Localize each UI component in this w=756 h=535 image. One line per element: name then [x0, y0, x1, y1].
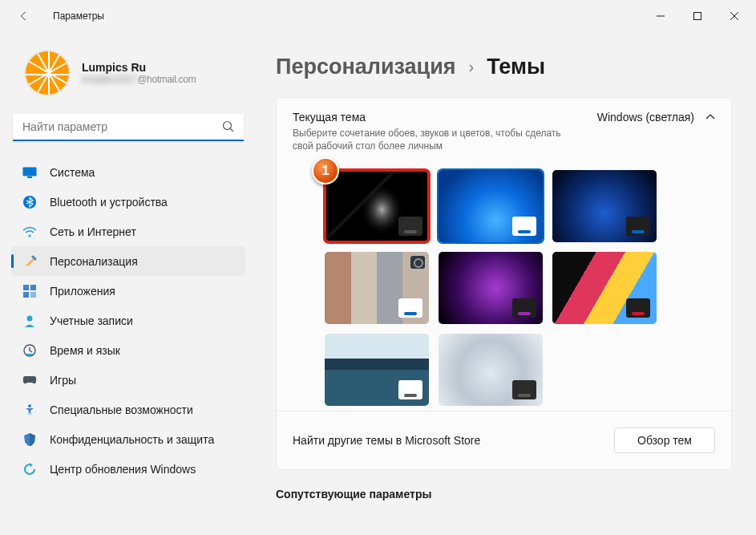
shield-icon — [22, 432, 37, 447]
dropdown-value: Windows (светлая) — [597, 111, 694, 124]
svg-rect-10 — [30, 292, 36, 298]
back-button[interactable] — [11, 3, 37, 29]
sidebar-item-system[interactable]: Система — [11, 157, 245, 187]
find-more-themes-link[interactable]: Найти другие темы в Microsoft Store — [293, 434, 480, 447]
sidebar-item-label: Игры — [50, 374, 76, 387]
sidebar-item-time[interactable]: Время и язык — [11, 335, 245, 365]
svg-rect-1 — [694, 13, 701, 20]
current-theme-card: Текущая тема Выберите сочетание обоев, з… — [276, 97, 732, 470]
chevron-right-icon: › — [469, 58, 475, 76]
svg-rect-7 — [23, 285, 29, 290]
sidebar-item-privacy[interactable]: Конфиденциальность и защита — [11, 424, 245, 454]
sidebar-item-update[interactable]: Центр обновления Windows — [11, 454, 245, 484]
accessibility-icon — [22, 403, 37, 417]
apps-icon — [22, 284, 37, 298]
breadcrumb-parent[interactable]: Персонализация — [276, 55, 456, 79]
sidebar-item-accounts[interactable]: Учетные записи — [11, 306, 245, 335]
browse-themes-button[interactable]: Обзор тем — [614, 428, 715, 453]
theme-tile-flow[interactable] — [439, 334, 543, 406]
theme-tile-custom[interactable] — [325, 170, 429, 242]
svg-point-2 — [224, 122, 232, 130]
sidebar-item-network[interactable]: Сеть и Интернет — [11, 217, 245, 246]
minimize-button[interactable] — [642, 3, 679, 29]
svg-point-11 — [27, 315, 33, 321]
related-settings-heading: Сопутствующие параметры — [276, 488, 732, 501]
sidebar-item-accessibility[interactable]: Специальные возможности — [11, 395, 245, 424]
person-icon — [22, 314, 37, 328]
search-box[interactable] — [13, 114, 244, 141]
sidebar-item-label: Персонализация — [50, 255, 138, 268]
sidebar-item-label: Центр обновления Windows — [50, 463, 196, 476]
sidebar-item-label: Сеть и Интернет — [50, 225, 136, 238]
sidebar-item-apps[interactable]: Приложения — [11, 276, 245, 306]
gamepad-icon — [22, 373, 37, 387]
svg-line-3 — [231, 129, 234, 132]
card-description: Выберите сочетание обоев, звуков и цвето… — [293, 127, 565, 152]
themes-grid: 1 — [325, 170, 715, 406]
svg-rect-5 — [27, 176, 32, 178]
search-icon — [221, 120, 236, 137]
breadcrumb-current: Темы — [487, 55, 545, 79]
theme-tile-windows-light[interactable] — [439, 170, 543, 242]
sidebar-item-label: Bluetooth и устройства — [50, 196, 168, 209]
card-title: Текущая тема — [293, 111, 565, 124]
sidebar: Lumpics Ru lumpibro2017@hotmail.com Сист… — [0, 32, 257, 535]
profile-email: lumpibro2017@hotmail.com — [82, 74, 196, 85]
display-icon — [22, 165, 37, 180]
theme-tile-captured-motion[interactable] — [552, 252, 657, 324]
wifi-icon — [22, 225, 37, 239]
svg-rect-4 — [23, 167, 37, 176]
sidebar-item-personalization[interactable]: Персонализация — [11, 246, 245, 276]
camera-icon — [410, 256, 425, 269]
svg-rect-8 — [30, 285, 36, 290]
titlebar: Параметры — [0, 0, 756, 32]
breadcrumb: Персонализация › Темы — [276, 55, 732, 79]
theme-tile-glow[interactable] — [439, 252, 543, 324]
chevron-up-icon — [705, 111, 715, 123]
profile-name: Lumpics Ru — [82, 61, 196, 74]
sidebar-item-label: Специальные возможности — [50, 403, 193, 416]
sidebar-item-bluetooth[interactable]: Bluetooth и устройства — [11, 187, 245, 217]
sidebar-item-gaming[interactable]: Игры — [11, 365, 245, 395]
profile-block[interactable]: Lumpics Ru lumpibro2017@hotmail.com — [11, 37, 245, 114]
svg-rect-9 — [23, 292, 29, 298]
main-content: Персонализация › Темы Текущая тема Выбер… — [257, 32, 756, 535]
sidebar-item-label: Учетные записи — [50, 314, 133, 327]
sidebar-item-label: Система — [50, 166, 95, 179]
maximize-button[interactable] — [679, 3, 716, 29]
bluetooth-icon — [22, 195, 37, 209]
close-button[interactable] — [716, 3, 753, 29]
sidebar-item-label: Время и язык — [50, 344, 120, 357]
theme-selector-dropdown[interactable]: Windows (светлая) — [597, 111, 715, 124]
avatar — [24, 50, 71, 96]
sidebar-item-label: Конфиденциальность и защита — [50, 433, 214, 446]
svg-point-13 — [28, 404, 31, 407]
theme-tile-windows-dark[interactable] — [552, 170, 657, 242]
clock-icon — [22, 343, 37, 358]
window-title: Параметры — [53, 10, 104, 22]
paintbrush-icon — [22, 254, 37, 269]
search-input[interactable] — [13, 114, 244, 141]
theme-tile-sunrise[interactable] — [325, 334, 429, 406]
sidebar-item-label: Приложения — [50, 285, 115, 298]
theme-tile-spotlight[interactable] — [325, 252, 429, 324]
update-icon — [22, 462, 37, 476]
